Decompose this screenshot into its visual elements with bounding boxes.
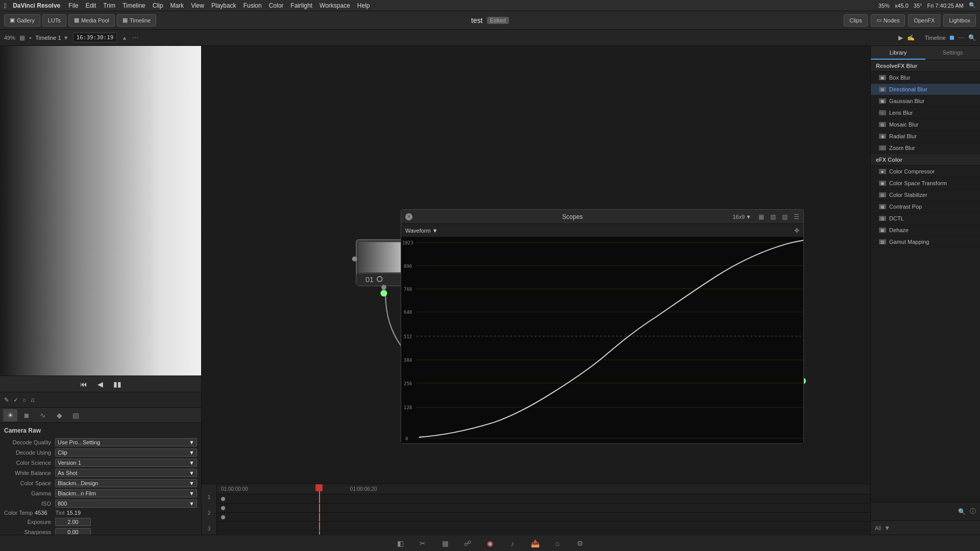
dock-settings-icon[interactable]: ⚙ (574, 537, 586, 549)
fx-dehaze[interactable]: ▩ Dehaze (871, 224, 980, 236)
gamma-dropdown[interactable]: Blackm...n Film ▼ (55, 489, 197, 497)
fx-lens-blur[interactable]: ○ Lens Blur (871, 107, 980, 119)
split-view-icon[interactable]: ▧ (770, 213, 776, 220)
menu-help[interactable]: Help (357, 2, 370, 9)
sharpness-label: Sharpness (4, 529, 55, 535)
search-icon[interactable]: 🔍 (969, 2, 976, 9)
grid-view-icon[interactable]: ▦ (758, 213, 764, 220)
contrast-pop-icon: ▦ (879, 204, 886, 209)
waveform-selector[interactable]: Waveform ▼ (405, 228, 438, 234)
timecode-display[interactable]: 16:39:30:19 (73, 33, 117, 42)
dock-home-icon[interactable]: ⌂ (551, 537, 564, 549)
menu-right: 35% x45.0 35° Fri 7:40:25 AM 🔍 (878, 2, 976, 9)
decode-using-dropdown[interactable]: Clip ▼ (55, 448, 197, 457)
tab-hue-saturation[interactable]: ◆ (52, 409, 66, 421)
speed-label: x45.0 (895, 3, 909, 9)
white-balance-dropdown[interactable]: As Shot ▼ (55, 469, 197, 477)
sound-icon[interactable]: ♫ (30, 396, 35, 404)
menu-fusion[interactable]: Fusion (243, 2, 262, 9)
scopes-settings-icon[interactable]: ☰ (794, 213, 799, 220)
fx-info-icon[interactable]: ⓘ (970, 507, 976, 516)
menu-playback[interactable]: Playback (211, 2, 236, 9)
play-reverse-button[interactable]: ◀ (95, 379, 105, 389)
color-science-dropdown[interactable]: Version 1 ▼ (55, 459, 197, 467)
tab-camera-raw[interactable]: ☀ (3, 409, 17, 421)
scopes-expand-icon[interactable]: ✥ (794, 227, 799, 234)
menu-file[interactable]: File (68, 2, 78, 9)
ruler-label-end: 01:00:06:20 (350, 486, 377, 492)
color-space-dropdown[interactable]: Blackm...Design ▼ (55, 479, 197, 487)
stop-button[interactable]: ▮▮ (111, 379, 124, 389)
dock-fairlight-icon[interactable]: ♪ (506, 537, 519, 549)
lock-icon: ▪ (29, 34, 31, 41)
search-icon-2[interactable]: 🔍 (968, 34, 976, 41)
dock-color-icon[interactable]: ◉ (484, 537, 496, 549)
more-icon[interactable]: ⋯ (132, 34, 138, 41)
menu-workspace[interactable]: Workspace (320, 2, 350, 9)
filter-all-label: All (875, 525, 881, 531)
ratio-dropdown-icon[interactable]: ▼ (746, 214, 751, 220)
timeline-track-1 (217, 494, 870, 504)
menu-edit[interactable]: Edit (86, 2, 96, 9)
fx-radial-blur[interactable]: ◉ Radial Blur (871, 131, 980, 142)
dropdown-icon[interactable]: ▼ (63, 35, 69, 41)
tab-settings[interactable]: Settings (925, 46, 980, 60)
timeline-more-icon[interactable]: ⋯ (958, 34, 964, 41)
decode-quality-dropdown[interactable]: Use Pro...Setting ▼ (55, 438, 197, 446)
timeline-button[interactable]: ▦ Timeline (117, 14, 156, 27)
openfx-button[interactable]: OpenFX (908, 14, 940, 27)
menu-trim[interactable]: Trim (103, 2, 115, 9)
fx-gamut-mapping[interactable]: ▨ Gamut Mapping (871, 236, 980, 248)
tab-library[interactable]: Library (871, 46, 925, 60)
fx-dctl[interactable]: ▥ DCTL (871, 213, 980, 224)
luts-button[interactable]: LUTs (42, 14, 66, 27)
scopes-close-button[interactable]: × (405, 213, 412, 220)
dock-edit-icon[interactable]: ▦ (439, 537, 451, 549)
dehaze-icon: ▩ (879, 228, 886, 233)
circle-icon[interactable]: ○ (22, 396, 26, 404)
filter-dropdown-icon[interactable]: ▼ (884, 524, 890, 532)
pencil-icon[interactable]: ✎ (4, 396, 9, 404)
fx-mosaic-blur[interactable]: ▤ Mosaic Blur (871, 119, 980, 131)
gallery-button[interactable]: ▣ Gallery (4, 14, 40, 27)
fx-zoom-blur[interactable]: ☉ Zoom Blur (871, 142, 980, 154)
fx-color-space-transform[interactable]: ▣ Color Space Transform (871, 178, 980, 189)
check-icon[interactable]: ✓ (13, 396, 18, 404)
tab-curves[interactable]: ∿ (36, 409, 50, 421)
dock-cut-icon[interactable]: ✂ (416, 537, 429, 549)
menu-fairlight[interactable]: Fairlight (290, 2, 312, 9)
fx-contrast-pop[interactable]: ▦ Contrast Pop (871, 201, 980, 213)
fx-gaussian-blur[interactable]: ▣ Gaussian Blur (871, 95, 980, 107)
fx-search-icon[interactable]: 🔍 (958, 508, 966, 515)
menu-view[interactable]: View (191, 2, 204, 9)
exposure-input[interactable]: 2.00 (55, 518, 91, 526)
sharpness-input[interactable] (55, 528, 91, 535)
skip-to-start-button[interactable]: ⏮ (78, 379, 89, 389)
menu-mark[interactable]: Mark (170, 2, 184, 9)
fx-box-blur[interactable]: ▣ Box Blur (871, 72, 980, 84)
dock-fusion-icon[interactable]: ☍ (461, 537, 474, 549)
hand-icon[interactable]: ✍ (907, 34, 915, 41)
scopes-title: Scopes (416, 213, 728, 220)
fx-directional-blur[interactable]: ▩ Directional Blur (871, 84, 980, 95)
cursor-icon[interactable]: ▶ (898, 34, 903, 41)
fx-color-compressor[interactable]: ■ Color Compressor (871, 166, 980, 178)
nodes-button[interactable]: ▭ Nodes (871, 14, 905, 27)
app-name-label: DaVinci Resolve (13, 2, 60, 9)
dock-media-icon[interactable]: ◧ (394, 537, 406, 549)
media-pool-button[interactable]: ▩ Media Pool (68, 14, 115, 27)
menu-timeline[interactable]: Timeline (122, 2, 145, 9)
dock-deliver-icon[interactable]: 📤 (529, 537, 541, 549)
quad-view-icon[interactable]: ▨ (782, 213, 788, 220)
iso-dropdown[interactable]: 800 ▼ (55, 499, 197, 508)
menu-color[interactable]: Color (269, 2, 284, 9)
playhead-marker[interactable] (315, 484, 323, 491)
clips-button[interactable]: Clips (844, 14, 867, 27)
lightbox-button[interactable]: Lightbox (943, 14, 976, 27)
tab-color-wheels[interactable]: ◙ (19, 409, 34, 421)
svg-text:512: 512 (404, 334, 412, 339)
fx-color-stabilizer[interactable]: ▤ Color Stabilizer (871, 189, 980, 201)
menu-clip[interactable]: Clip (153, 2, 163, 9)
tab-motion[interactable]: ▤ (68, 409, 83, 421)
second-toolbar: 49% ▦ ▪ Timeline 1 ▼ 16:39:30:19 ▴ ⋯ ▶ ✍… (0, 30, 980, 46)
